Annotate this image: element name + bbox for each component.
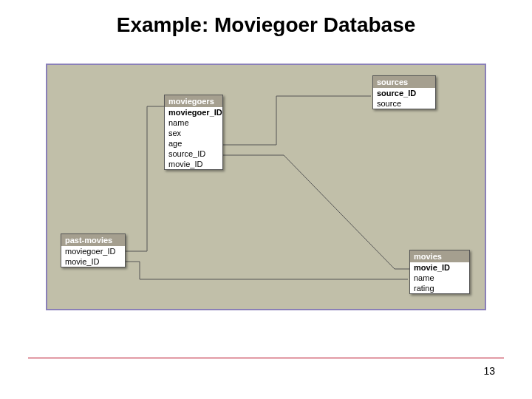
field-name: name — [165, 117, 222, 128]
field-movie-id: movie_ID — [410, 262, 469, 273]
field-movie-id: movie_ID — [165, 159, 222, 169]
table-movies: movies movie_ID name rating — [409, 250, 470, 294]
table-sources: sources source_ID source — [372, 75, 436, 109]
footer-rule — [28, 358, 504, 358]
table-past-movies: past-movies moviegoer_ID movie_ID — [61, 233, 126, 267]
field-source: source — [373, 98, 435, 109]
field-source-id: source_ID — [165, 149, 222, 159]
slide-title: Example: Moviegoer Database — [0, 0, 532, 44]
table-title: movies — [410, 250, 469, 262]
page-number: 13 — [483, 365, 495, 377]
table-moviegoers: moviegoers moviegoer_ID name sex age sou… — [164, 95, 223, 170]
table-title: sources — [373, 76, 435, 88]
table-title: moviegoers — [165, 95, 222, 107]
field-moviegoer-id: moviegoer_ID — [165, 107, 222, 117]
er-diagram-area: sources source_ID source moviegoers movi… — [46, 64, 486, 310]
field-sex: sex — [165, 128, 222, 138]
field-moviegoer-id: moviegoer_ID — [61, 246, 125, 256]
field-rating: rating — [410, 283, 469, 293]
field-age: age — [165, 138, 222, 149]
field-movie-id: movie_ID — [61, 256, 125, 267]
field-source-id: source_ID — [373, 88, 435, 98]
table-title: past-movies — [61, 234, 125, 246]
field-name: name — [410, 273, 469, 283]
